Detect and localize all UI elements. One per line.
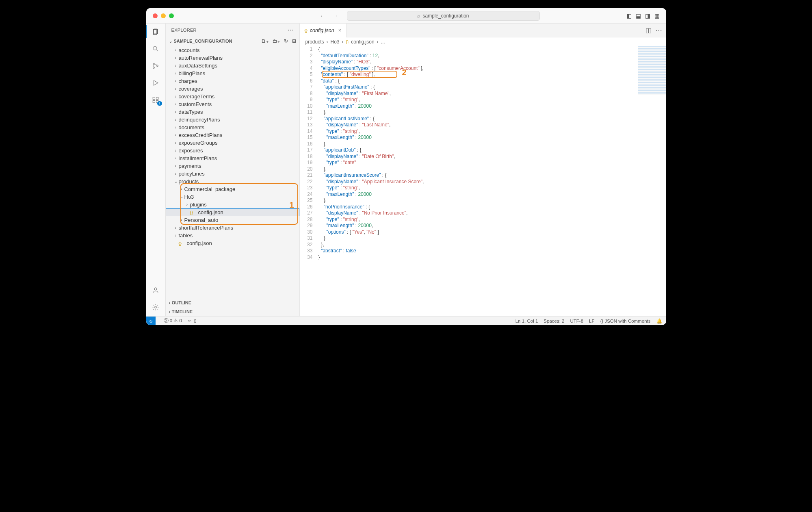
close-window[interactable] xyxy=(153,13,158,18)
tree-item-label: Personal_auto xyxy=(184,217,219,223)
layout-grid-icon[interactable]: ▦ xyxy=(654,13,660,19)
folder-item[interactable]: ›coverages xyxy=(166,85,299,93)
tree-item-label: exposureGroups xyxy=(179,140,218,146)
sidebar-more-icon[interactable]: ⋯ xyxy=(288,27,293,33)
new-folder-icon[interactable]: 🗀₊ xyxy=(273,38,280,44)
tree-item-label: charges xyxy=(179,78,197,84)
explorer-icon[interactable] xyxy=(151,27,160,37)
vscode-window: ← → ⌕ sample_configuration ◧ ⬓ ◨ ▦ 1 EXP xyxy=(146,8,666,325)
remote-icon[interactable]: ⎋ xyxy=(146,317,156,325)
maximize-window[interactable] xyxy=(169,13,174,18)
tree-item-label: plugins xyxy=(190,202,207,208)
tree-item-label: dataTypes xyxy=(179,109,203,115)
folder-item[interactable]: ›dataTypes xyxy=(166,108,299,116)
folder-item[interactable]: ›accounts xyxy=(166,46,299,54)
chevron-icon: › xyxy=(173,148,179,153)
sidebar: EXPLORER ⋯ ⌄ SAMPLE_CONFIGURATION 🗋₊ 🗀₊ … xyxy=(166,24,300,316)
code-area[interactable]: 1 2 3 4 5 6 7 8 9 10 11 12 13 14 15 16 1… xyxy=(300,46,666,316)
chevron-icon: › xyxy=(173,102,179,106)
encoding-info[interactable]: UTF-8 xyxy=(570,319,583,323)
new-file-icon[interactable]: 🗋₊ xyxy=(261,38,269,44)
account-icon[interactable] xyxy=(151,285,160,295)
refresh-icon[interactable]: ↻ xyxy=(284,38,288,44)
forward-icon[interactable]: → xyxy=(333,13,339,19)
folder-header[interactable]: ⌄ SAMPLE_CONFIGURATION 🗋₊ 🗀₊ ↻ ⊟ xyxy=(166,37,299,46)
folder-item[interactable]: ›policyLines xyxy=(166,170,299,178)
breadcrumb[interactable]: products› Ho3› {} config.json› ... xyxy=(300,37,666,46)
file-tree: ›accounts›autoRenewalPlans›auxDataSettin… xyxy=(166,46,299,298)
folder-item[interactable]: ⌄products xyxy=(166,178,299,185)
tab-config-json[interactable]: {} config.json × xyxy=(300,24,346,37)
folder-item[interactable]: ›exposures xyxy=(166,147,299,154)
tree-item-label: shortfallTolerancePlans xyxy=(179,225,233,231)
svg-line-3 xyxy=(156,50,158,51)
tree-item-label: customEvents xyxy=(179,101,212,107)
tab-bar: {} config.json × ◫ ⋯ xyxy=(300,24,666,37)
folder-item[interactable]: ›autoRenewalPlans xyxy=(166,54,299,62)
folder-item[interactable]: ›Personal_auto xyxy=(166,216,299,224)
folder-item[interactable]: ›tables xyxy=(166,232,299,239)
svg-rect-11 xyxy=(156,97,158,99)
svg-point-2 xyxy=(153,46,157,50)
timeline-section[interactable]: ›TIMELINE xyxy=(166,307,299,316)
language-mode[interactable]: {} JSON with Comments xyxy=(600,319,651,323)
folder-item[interactable]: ›charges xyxy=(166,77,299,85)
chevron-icon: › xyxy=(173,133,179,137)
folder-item[interactable]: ›documents xyxy=(166,124,299,131)
tree-item-label: payments xyxy=(179,163,201,169)
eol-info[interactable]: LF xyxy=(589,319,594,323)
indent-info[interactable]: Spaces: 2 xyxy=(543,319,564,323)
close-icon[interactable]: × xyxy=(338,28,341,33)
tree-item-label: coverages xyxy=(179,86,203,92)
json-icon: {} xyxy=(305,28,307,33)
collapse-icon[interactable]: ⊟ xyxy=(292,38,296,44)
folder-item[interactable]: ›shortfallTolerancePlans xyxy=(166,224,299,232)
run-debug-icon[interactable] xyxy=(151,78,160,88)
status-bar: ⎋ ⓧ 0 ⚠ 0 ᯤ 0 Ln 1, Col 1 Spaces: 2 UTF-… xyxy=(146,316,666,325)
search-text: sample_configuration xyxy=(422,13,469,19)
folder-item[interactable]: ›Commercial_package xyxy=(166,185,299,193)
file-item[interactable]: {}config.json xyxy=(166,208,299,216)
source-control-icon[interactable] xyxy=(151,61,160,71)
file-item[interactable]: {}config.json xyxy=(166,239,299,247)
panel-bottom-icon[interactable]: ⬓ xyxy=(636,13,641,19)
folder-item[interactable]: ›plugins xyxy=(166,201,299,208)
folder-item[interactable]: ›delinquencyPlans xyxy=(166,116,299,124)
split-editor-icon[interactable]: ◫ xyxy=(645,26,652,34)
folder-item[interactable]: ›billingPlans xyxy=(166,69,299,77)
ports-count[interactable]: ᯤ 0 xyxy=(188,319,197,323)
chevron-icon: › xyxy=(173,94,179,99)
minimap[interactable] xyxy=(638,46,666,95)
folder-item[interactable]: ›payments xyxy=(166,162,299,170)
folder-item[interactable]: ›exposureGroups xyxy=(166,139,299,147)
panel-right-icon[interactable]: ◨ xyxy=(645,13,650,19)
tree-item-label: autoRenewalPlans xyxy=(179,55,223,61)
folder-item[interactable]: ›auxDataSettings xyxy=(166,62,299,69)
more-icon[interactable]: ⋯ xyxy=(656,26,662,34)
chevron-icon: › xyxy=(173,233,179,238)
cursor-position[interactable]: Ln 1, Col 1 xyxy=(515,319,538,323)
command-search[interactable]: ⌕ sample_configuration xyxy=(347,11,540,21)
folder-item[interactable]: ›customEvents xyxy=(166,100,299,108)
settings-icon[interactable] xyxy=(151,302,160,312)
tree-item-label: Ho3 xyxy=(184,194,194,200)
panel-left-icon[interactable]: ◧ xyxy=(626,13,632,19)
folder-item[interactable]: ›coverageTerms xyxy=(166,93,299,100)
svg-point-4 xyxy=(153,63,155,65)
folder-item[interactable]: ⌄Ho3 xyxy=(166,193,299,201)
extensions-icon[interactable]: 1 xyxy=(151,95,160,105)
back-icon[interactable]: ← xyxy=(320,13,326,19)
errors-count[interactable]: ⓧ 0 ⚠ 0 xyxy=(164,318,182,324)
svg-point-13 xyxy=(155,306,157,308)
outline-section[interactable]: ›OUTLINE xyxy=(166,298,299,307)
notifications-icon[interactable]: 🔔 xyxy=(656,318,662,324)
tree-item-label: installmentPlans xyxy=(179,155,217,161)
folder-item[interactable]: ›installmentPlans xyxy=(166,154,299,162)
sidebar-title: EXPLORER xyxy=(171,28,197,33)
nav-arrows: ← → xyxy=(320,13,339,19)
svg-point-5 xyxy=(153,67,155,69)
sidebar-header: EXPLORER ⋯ xyxy=(166,24,299,37)
search-icon[interactable] xyxy=(151,44,160,54)
minimize-window[interactable] xyxy=(161,13,166,18)
folder-item[interactable]: ›excessCreditPlans xyxy=(166,131,299,139)
